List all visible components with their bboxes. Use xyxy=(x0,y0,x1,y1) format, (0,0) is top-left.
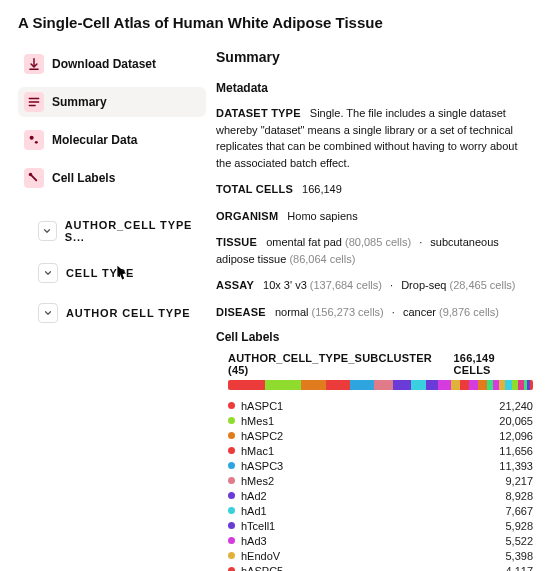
cluster-row[interactable]: hTcell15,928 xyxy=(228,518,533,533)
row-color-bullet xyxy=(228,492,235,499)
cluster-row[interactable]: hAd17,667 xyxy=(228,503,533,518)
main-content: Summary Metadata DATASET TYPE Single. Th… xyxy=(206,49,533,571)
row-value: 11,393 xyxy=(499,460,533,472)
row-name: hMac1 xyxy=(241,445,274,457)
meta-tissue: TISSUE omental fat pad (80,085 cells) su… xyxy=(216,234,533,267)
sidebar-sub-cell-type[interactable]: CELL TYPE xyxy=(38,259,206,287)
row-color-bullet xyxy=(228,432,235,439)
download-icon xyxy=(24,54,44,74)
sidebar-item-label: Download Dataset xyxy=(52,57,156,71)
row-value: 7,667 xyxy=(505,505,533,517)
row-color-bullet xyxy=(228,477,235,484)
row-name: hTcell1 xyxy=(241,520,275,532)
meta-organism: ORGANISM Homo sapiens xyxy=(216,208,533,225)
separator-icon xyxy=(414,236,427,248)
row-name: hEndoV xyxy=(241,550,280,562)
meta-dataset-type: DATASET TYPE Single. The file includes a… xyxy=(216,105,533,171)
cluster-header-left: AUTHOR_CELL_TYPE_SUBCLUSTER (45) xyxy=(228,352,449,376)
sidebar-item-molecular[interactable]: Molecular Data xyxy=(18,125,206,155)
page-title: A Single-Cell Atlas of Human White Adipo… xyxy=(18,14,533,31)
svg-point-2 xyxy=(29,173,33,177)
meta-val-1: 10x 3' v3 xyxy=(263,279,307,291)
meta-count-1: (137,684 cells) xyxy=(310,279,382,291)
cluster-row[interactable]: hAd35,522 xyxy=(228,533,533,548)
cluster-row[interactable]: hASPC212,096 xyxy=(228,428,533,443)
cluster-row[interactable]: hMac111,656 xyxy=(228,443,533,458)
row-name: hASPC5 xyxy=(241,565,283,572)
row-name: hASPC2 xyxy=(241,430,283,442)
meta-key: DISEASE xyxy=(216,306,266,318)
row-value: 9,217 xyxy=(505,475,533,487)
sidebar-sub-author-subcluster[interactable]: AUTHOR_CELL TYPE S... xyxy=(38,215,206,247)
strip-segment xyxy=(451,380,460,390)
row-value: 11,656 xyxy=(499,445,533,457)
svg-point-1 xyxy=(35,141,38,144)
strip-segment xyxy=(530,380,533,390)
row-name: hASPC1 xyxy=(241,400,283,412)
row-color-bullet xyxy=(228,402,235,409)
cluster-panel: AUTHOR_CELL_TYPE_SUBCLUSTER (45) 166,149… xyxy=(216,352,533,571)
row-name: hAd3 xyxy=(241,535,267,547)
meta-count-1: (156,273 cells) xyxy=(312,306,384,318)
cluster-row[interactable]: hEndoV5,398 xyxy=(228,548,533,563)
row-name: hASPC3 xyxy=(241,460,283,472)
row-color-bullet xyxy=(228,522,235,529)
meta-value: Homo sapiens xyxy=(287,210,357,222)
sidebar-item-label: Summary xyxy=(52,95,107,109)
meta-key: TOTAL CELLS xyxy=(216,183,293,195)
cluster-row[interactable]: hMes29,217 xyxy=(228,473,533,488)
row-value: 20,065 xyxy=(499,415,533,427)
sidebar-item-label: Molecular Data xyxy=(52,133,137,147)
sidebar-item-cell-labels[interactable]: Cell Labels xyxy=(18,163,206,193)
meta-value: 166,149 xyxy=(302,183,342,195)
row-name: hAd2 xyxy=(241,490,267,502)
cluster-row[interactable]: hASPC311,393 xyxy=(228,458,533,473)
sidebar-item-download[interactable]: Download Dataset xyxy=(18,49,206,79)
meta-key: ORGANISM xyxy=(216,210,278,222)
meta-disease: DISEASE normal (156,273 cells) cancer (9… xyxy=(216,304,533,321)
cluster-row[interactable]: hASPC54,117 xyxy=(228,563,533,571)
meta-val-2: Drop-seq xyxy=(401,279,446,291)
sidebar-sub-label: AUTHOR_CELL TYPE S... xyxy=(65,219,206,243)
row-value: 21,240 xyxy=(499,400,533,412)
sidebar-item-summary[interactable]: Summary xyxy=(18,87,206,117)
chevron-down-icon xyxy=(38,263,58,283)
meta-count-2: (28,465 cells) xyxy=(449,279,515,291)
meta-val-1: omental fat pad xyxy=(266,236,342,248)
meta-assay: ASSAY 10x 3' v3 (137,684 cells) Drop-seq… xyxy=(216,277,533,294)
chevron-down-icon xyxy=(38,221,57,241)
meta-count-2: (86,064 cells) xyxy=(289,253,355,265)
sidebar-sub-label: CELL TYPE xyxy=(66,267,134,279)
cluster-row[interactable]: hAd28,928 xyxy=(228,488,533,503)
sidebar-item-label: Cell Labels xyxy=(52,171,115,185)
metadata-heading: Metadata xyxy=(216,81,533,95)
row-name: hMes1 xyxy=(241,415,274,427)
row-color-bullet xyxy=(228,507,235,514)
chevron-down-icon xyxy=(38,303,58,323)
row-color-bullet xyxy=(228,537,235,544)
strip-segment xyxy=(460,380,469,390)
meta-key: TISSUE xyxy=(216,236,257,248)
row-color-bullet xyxy=(228,567,235,571)
meta-count-1: (80,085 cells) xyxy=(345,236,411,248)
molecular-icon xyxy=(24,130,44,150)
row-color-bullet xyxy=(228,462,235,469)
meta-total-cells: TOTAL CELLS 166,149 xyxy=(216,181,533,198)
row-value: 5,928 xyxy=(505,520,533,532)
row-value: 5,398 xyxy=(505,550,533,562)
meta-key: DATASET TYPE xyxy=(216,107,301,119)
cluster-row[interactable]: hASPC121,240 xyxy=(228,398,533,413)
strip-segment xyxy=(478,380,487,390)
cluster-row[interactable]: hMes120,065 xyxy=(228,413,533,428)
row-color-bullet xyxy=(228,417,235,424)
cluster-header: AUTHOR_CELL_TYPE_SUBCLUSTER (45) 166,149… xyxy=(228,352,533,376)
strip-segment xyxy=(374,380,392,390)
cluster-color-strip xyxy=(228,380,533,390)
strip-segment xyxy=(411,380,426,390)
sidebar: Download Dataset Summary Molecular Data … xyxy=(18,49,206,339)
sidebar-sub-author-cell-type[interactable]: AUTHOR CELL TYPE xyxy=(38,299,206,327)
strip-segment xyxy=(426,380,438,390)
meta-val-2: cancer xyxy=(403,306,436,318)
row-color-bullet xyxy=(228,552,235,559)
row-value: 4,117 xyxy=(505,565,533,572)
